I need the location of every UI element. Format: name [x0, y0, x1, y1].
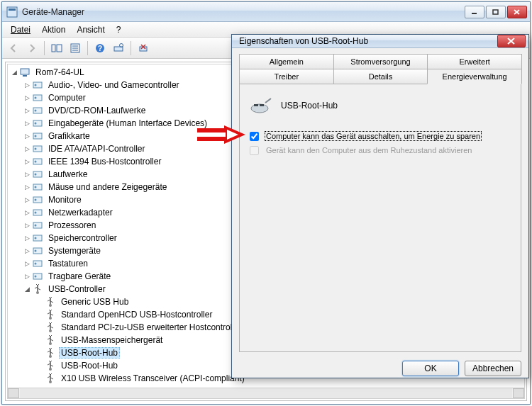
tree-item-label: DVD/CD-ROM-Laufwerke	[46, 105, 148, 116]
expand-icon[interactable]: ▷	[22, 184, 32, 191]
svg-rect-65	[197, 132, 226, 137]
svg-rect-7	[57, 45, 62, 52]
tree-item-label: Grafikkarte	[46, 130, 92, 142]
expand-icon[interactable]: ▷	[22, 247, 32, 254]
horizontal-scrollbar[interactable]	[7, 388, 525, 399]
expand-icon[interactable]: ▷	[22, 94, 32, 101]
properties-dialog: Eigenschaften von USB-Root-Hub Allgemein…	[231, 34, 529, 378]
scroll-thumb[interactable]	[20, 388, 512, 398]
checkbox-power-off[interactable]: Computer kann das Gerät ausschalten, um …	[250, 131, 511, 141]
expand-icon[interactable]: ▷	[22, 81, 32, 89]
uninstall-button[interactable]	[135, 40, 152, 57]
tab[interactable]: Details	[333, 69, 428, 84]
svg-point-32	[35, 148, 37, 150]
svg-point-30	[35, 135, 37, 137]
menu-file[interactable]: Datei	[5, 23, 36, 36]
menu-view[interactable]: Ansicht	[71, 23, 110, 36]
category-icon	[32, 169, 43, 180]
menu-action[interactable]: Aktion	[36, 23, 71, 36]
checkbox-wake: Gerät kann den Computer aus dem Ruhezust…	[250, 145, 511, 155]
scan-hardware-button[interactable]	[110, 40, 127, 57]
back-button[interactable]	[5, 40, 22, 57]
expand-icon[interactable]: ▷	[22, 145, 32, 152]
tab-area: AllgemeinStromversorgungErweitert Treibe…	[232, 48, 528, 355]
expand-icon[interactable]: ▷	[22, 273, 32, 280]
device-name-label: USB-Root-Hub	[281, 101, 338, 111]
tab[interactable]: Stromversorgung	[333, 54, 428, 69]
svg-point-28	[35, 123, 37, 125]
svg-rect-69	[254, 104, 258, 106]
tree-item-label: Tragbare Geräte	[46, 271, 113, 282]
svg-point-52	[35, 276, 37, 278]
minimize-button[interactable]	[465, 6, 484, 18]
expand-icon[interactable]: ▷	[22, 107, 32, 114]
expand-icon[interactable]: ▷	[22, 235, 32, 242]
properties-button[interactable]	[67, 40, 84, 57]
svg-point-36	[35, 174, 37, 176]
svg-rect-3	[493, 10, 498, 14]
main-titlebar[interactable]: Geräte-Manager	[2, 2, 530, 22]
app-icon	[6, 6, 18, 18]
expand-icon[interactable]: ▷	[22, 120, 32, 127]
category-icon	[32, 194, 43, 205]
help-button[interactable]: ?	[92, 40, 109, 57]
collapse-icon[interactable]: ◢	[9, 69, 19, 76]
usb-device-icon	[45, 296, 56, 308]
svg-point-34	[35, 161, 37, 163]
category-icon	[32, 92, 43, 103]
dialog-titlebar[interactable]: Eigenschaften von USB-Root-Hub	[232, 35, 528, 48]
tab[interactable]: Energieverwaltung	[427, 69, 522, 84]
checkbox-power-off-input[interactable]	[250, 132, 259, 141]
svg-point-58	[49, 355, 52, 358]
toolbar-separator	[44, 41, 45, 55]
svg-point-55	[49, 317, 52, 320]
dialog-close-button[interactable]	[497, 35, 526, 47]
category-icon	[32, 181, 43, 193]
tree-item-label: USB-Controller	[46, 283, 108, 295]
svg-point-54	[49, 304, 52, 307]
tab[interactable]: Erweitert	[427, 54, 522, 69]
forward-button[interactable]	[23, 40, 40, 57]
window-controls	[465, 6, 527, 18]
tree-root-label: Rom7-64-UL	[33, 67, 87, 78]
tree-item-label: Audio-, Video- und Gamecontroller	[46, 79, 182, 91]
usb-device-icon	[45, 309, 56, 320]
expand-icon[interactable]: ▷	[22, 260, 32, 267]
tab[interactable]: Treiber	[239, 69, 334, 84]
tree-item-label: IEEE 1394 Bus-Hostcontroller	[46, 156, 163, 167]
tab[interactable]: Allgemein	[239, 54, 334, 69]
tree-item-label: Monitore	[46, 194, 84, 205]
cancel-button[interactable]: Abbrechen	[465, 361, 521, 376]
expand-icon[interactable]: ▷	[22, 222, 32, 229]
annotation-arrow	[196, 125, 245, 147]
show-hide-tree-button[interactable]	[48, 40, 65, 57]
menu-help[interactable]: ?	[111, 23, 127, 36]
close-button[interactable]	[507, 6, 527, 18]
svg-rect-20	[23, 75, 27, 77]
maximize-button[interactable]	[486, 6, 506, 18]
tree-item-label: USB-Root-Hub	[59, 360, 120, 371]
expand-icon[interactable]: ▷	[22, 158, 32, 165]
expand-icon[interactable]: ▷	[22, 171, 32, 178]
svg-point-50	[35, 263, 37, 265]
svg-point-59	[49, 368, 52, 371]
toolbar-separator	[87, 41, 88, 55]
scroll-right-button[interactable]	[513, 388, 524, 398]
expand-icon[interactable]: ▷	[22, 209, 32, 216]
svg-point-57	[49, 342, 52, 345]
tab-panel-power: USB-Root-Hub Computer kann das Gerät aus…	[239, 84, 521, 352]
tree-item-label: IDE ATA/ATAPI-Controller	[46, 143, 147, 154]
category-icon	[32, 79, 43, 91]
tree-item-label: Eingabegeräte (Human Interface Devices)	[46, 118, 209, 129]
expand-icon[interactable]: ▷	[22, 196, 32, 203]
usb-icon	[32, 283, 43, 295]
expand-icon[interactable]: ▷	[22, 132, 32, 140]
scroll-left-button[interactable]	[8, 388, 19, 398]
collapse-icon[interactable]: ◢	[22, 286, 32, 293]
svg-point-38	[35, 186, 37, 188]
ok-button[interactable]: OK	[402, 361, 459, 376]
device-header: USB-Root-Hub	[250, 94, 511, 117]
category-icon	[32, 258, 43, 269]
usb-device-icon	[45, 334, 56, 346]
svg-point-24	[35, 97, 37, 99]
